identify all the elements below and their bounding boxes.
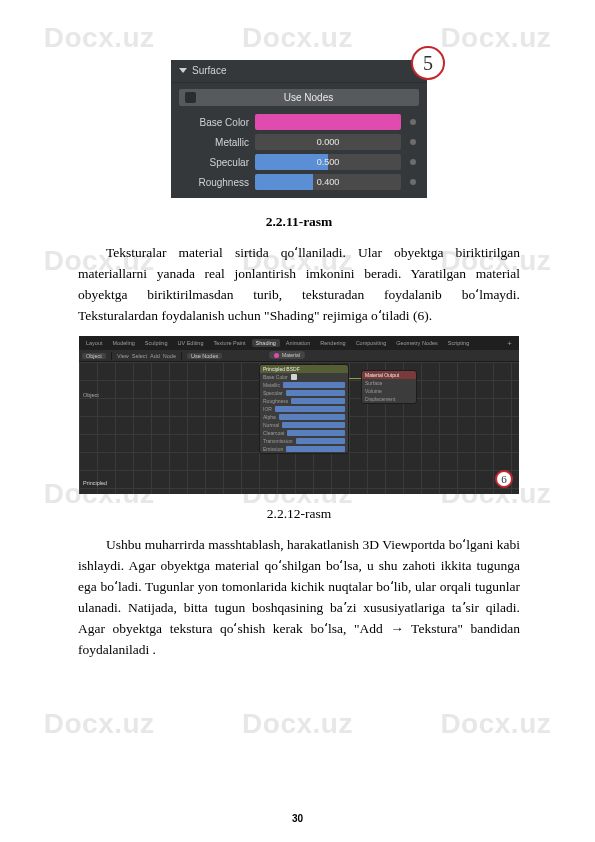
node-footer-label: Principled [83,480,107,486]
object-mode-label: Object [83,392,99,398]
node-socket-row[interactable]: Metallic [260,381,348,389]
use-nodes-button[interactable]: Use Nodes [179,89,419,106]
tab-uv-editing[interactable]: UV Editing [173,339,207,347]
prop-metallic: Metallic 0.000 [171,134,427,150]
watermark-row: Docx.uz Docx.uz Docx.uz [0,708,595,740]
tab-animation[interactable]: Animation [282,339,314,347]
node-socket-row[interactable]: Base Color [260,373,348,381]
node-socket-row[interactable]: Displacement [362,395,416,403]
specular-slider[interactable]: 0.500 [255,154,401,170]
tab-modeling[interactable]: Modeling [109,339,139,347]
use-nodes-toggle[interactable]: Use Nodes [187,353,222,359]
watermark-text: Docx.uz [242,22,353,54]
workspace-tabs: Layout Modeling Sculpting UV Editing Tex… [79,336,519,350]
prop-label: Metallic [179,137,249,148]
prop-base-color: Base Color [171,114,427,130]
tab-rendering[interactable]: Rendering [316,339,349,347]
menu-add[interactable]: Add [150,353,160,359]
figure-1: 5 Surface Use Nodes Base Color Metallic … [78,60,520,198]
paragraph-1: Teksturalar material sirtida qoʻllanilad… [78,242,520,326]
menu-node[interactable]: Node [163,353,176,359]
use-nodes-label: Use Nodes [204,92,413,103]
prop-dot-icon[interactable] [410,159,416,165]
node-socket-row[interactable]: Emission [260,445,348,453]
node-title: Material Output [362,371,416,379]
tab-texture-paint[interactable]: Texture Paint [209,339,249,347]
node-graph-area[interactable]: Material Object Principled BSDF Base Col… [79,362,519,494]
watermark-text: Docx.uz [440,22,551,54]
roughness-slider[interactable]: 0.400 [255,174,401,190]
page-number: 30 [0,813,595,824]
prop-label: Specular [179,157,249,168]
watermark-text: Docx.uz [242,708,353,740]
roughness-value: 0.400 [255,174,401,190]
surface-panel: 5 Surface Use Nodes Base Color Metallic … [171,60,427,198]
panel-header[interactable]: Surface [171,60,427,83]
node-principled-bsdf[interactable]: Principled BSDF Base Color Metallic Spec… [259,364,349,454]
base-color-swatch[interactable] [255,114,401,130]
prop-roughness: Roughness 0.400 [171,174,427,190]
watermark-text: Docx.uz [44,22,155,54]
material-selector[interactable]: Material [269,351,305,359]
prop-label: Base Color [179,117,249,128]
prop-specular: Specular 0.500 [171,154,427,170]
node-socket-row[interactable]: Clearcoat [260,429,348,437]
watermark-text: Docx.uz [440,708,551,740]
node-socket-row[interactable]: Specular [260,389,348,397]
tab-sculpting[interactable]: Sculpting [141,339,172,347]
node-icon [185,92,196,103]
menu-select[interactable]: Select [132,353,147,359]
chevron-down-icon [179,68,187,73]
tab-layout[interactable]: Layout [82,339,107,347]
node-socket-row[interactable]: Volume [362,387,416,395]
tab-scripting[interactable]: Scripting [444,339,473,347]
badge-6: 6 [495,470,513,488]
menu-view[interactable]: View [117,353,129,359]
tab-geometry-nodes[interactable]: Geometry Nodes [392,339,442,347]
badge-5: 5 [411,46,445,80]
page-content: 5 Surface Use Nodes Base Color Metallic … [78,60,520,670]
prop-label: Roughness [179,177,249,188]
node-title: Principled BSDF [260,365,348,373]
specular-value: 0.500 [255,154,401,170]
paragraph-2: Ushbu muharrirda masshtablash, harakatla… [78,534,520,660]
watermark-text: Docx.uz [44,708,155,740]
separator [111,352,112,360]
node-socket-row[interactable]: Normal [260,421,348,429]
material-color-dot-icon [274,353,279,358]
node-socket-row[interactable]: Surface [362,379,416,387]
add-tab-button[interactable]: + [503,339,516,348]
caption-1: 2.2.11-rasm [78,214,520,230]
watermark-row: Docx.uz Docx.uz Docx.uz [0,22,595,54]
panel-title: Surface [192,65,226,76]
metallic-slider[interactable]: 0.000 [255,134,401,150]
tab-shading[interactable]: Shading [252,339,280,347]
node-material-output[interactable]: Material Output Surface Volume Displacem… [361,370,417,404]
prop-dot-icon[interactable] [410,179,416,185]
separator [181,352,182,360]
prop-dot-icon[interactable] [410,119,416,125]
metallic-value: 0.000 [255,134,401,150]
tab-compositing[interactable]: Compositing [352,339,391,347]
caption-2: 2.2.12-rasm [78,506,520,522]
node-socket-row[interactable]: Alpha [260,413,348,421]
editor-mode-chip[interactable]: Object [82,353,106,359]
prop-dot-icon[interactable] [410,139,416,145]
node-socket-row[interactable]: Roughness [260,397,348,405]
shading-screenshot: Layout Modeling Sculpting UV Editing Tex… [79,336,519,494]
material-name: Material [282,352,300,358]
figure-2: Layout Modeling Sculpting UV Editing Tex… [78,336,520,494]
node-socket-row[interactable]: IOR [260,405,348,413]
node-socket-row[interactable]: Transmission [260,437,348,445]
